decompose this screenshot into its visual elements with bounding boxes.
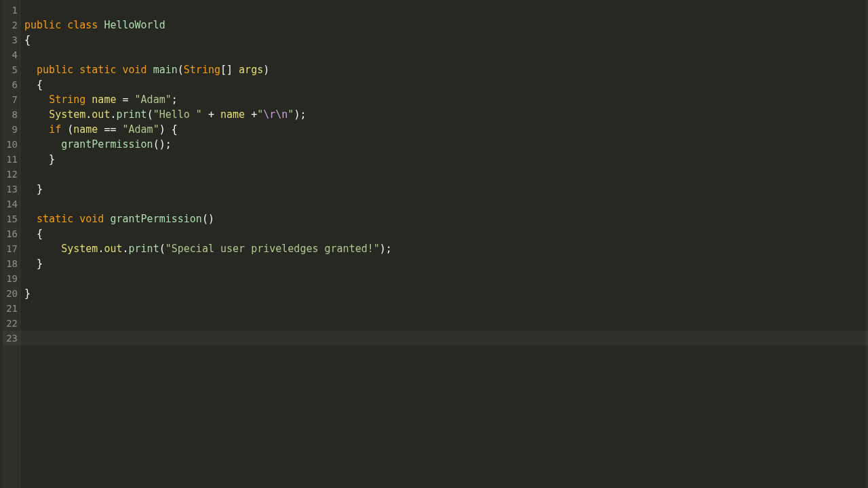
line-number: 6	[3, 77, 21, 92]
code-token	[129, 94, 135, 106]
line-number: 2	[3, 18, 21, 33]
code-token: (	[147, 108, 153, 121]
code-token: ==	[98, 123, 122, 136]
code-token: name	[73, 123, 98, 136]
code-token	[24, 94, 49, 106]
code-line[interactable]	[21, 47, 868, 62]
code-token: if	[49, 123, 61, 136]
line-number: 7	[3, 92, 21, 107]
code-line[interactable]	[21, 331, 868, 346]
line-number: 15	[3, 211, 21, 226]
code-token: \r\n	[263, 108, 288, 121]
code-token: void	[123, 64, 147, 76]
code-token: "Hello "	[153, 108, 202, 121]
code-token	[24, 123, 49, 136]
code-token: {	[24, 228, 43, 240]
code-token: {	[24, 34, 31, 46]
code-token: main	[153, 64, 178, 76]
line-number: 19	[3, 271, 21, 286]
line-number: 12	[3, 167, 21, 182]
code-token: {	[24, 79, 43, 91]
code-token	[61, 123, 67, 136]
line-number: 18	[3, 256, 21, 271]
code-token: name	[92, 94, 116, 106]
code-token: public	[37, 64, 73, 76]
code-line[interactable]: System.out.print("Special user priveledg…	[21, 241, 868, 256]
code-line[interactable]: }	[21, 256, 868, 271]
code-line[interactable]: {	[21, 226, 868, 241]
code-token: ();	[153, 138, 172, 150]
code-token	[24, 213, 37, 225]
code-token: +	[202, 108, 220, 121]
code-line[interactable]: }	[21, 182, 868, 197]
code-line[interactable]: {	[21, 33, 868, 47]
code-token	[24, 108, 49, 121]
code-line[interactable]: }	[21, 286, 868, 301]
line-number: 5	[3, 62, 21, 77]
code-line[interactable]	[21, 197, 868, 211]
code-token: static	[37, 213, 73, 225]
line-number: 1	[3, 3, 21, 18]
code-line[interactable]: {	[21, 77, 868, 92]
code-line[interactable]: }	[21, 152, 868, 167]
code-token: class	[67, 19, 98, 31]
code-token	[61, 19, 67, 31]
code-token	[24, 64, 37, 76]
line-number: 8	[3, 107, 21, 122]
code-line[interactable]: if (name == "Adam") {	[21, 122, 868, 137]
code-token: "Special user priveledges granted!"	[165, 243, 380, 255]
code-line[interactable]	[21, 3, 868, 18]
code-token: .	[123, 243, 129, 255]
code-token: =	[123, 94, 129, 106]
code-token: System	[49, 108, 85, 121]
line-number: 17	[3, 241, 21, 256]
code-token: String	[184, 64, 220, 76]
code-token	[85, 94, 92, 106]
code-token: );	[380, 243, 392, 255]
code-token: name	[220, 108, 245, 121]
code-token: .	[85, 108, 92, 121]
line-number: 22	[3, 316, 21, 331]
code-line[interactable]: System.out.print("Hello " + name +"\r\n"…	[21, 107, 868, 122]
code-token: public	[24, 19, 61, 31]
code-token: }	[24, 287, 31, 300]
code-line[interactable]	[21, 167, 868, 182]
code-token: void	[79, 213, 104, 225]
code-token: (	[159, 243, 165, 255]
code-token: print	[116, 108, 146, 121]
code-token: }	[24, 183, 43, 195]
code-token: )	[263, 64, 269, 76]
code-token: "Adam"	[123, 123, 159, 136]
code-line[interactable]: public static void main(String[] args)	[21, 62, 868, 77]
code-line[interactable]	[21, 301, 868, 316]
line-number: 20	[3, 286, 21, 301]
code-token	[147, 64, 153, 76]
code-token: args	[239, 64, 263, 76]
code-token: }	[24, 258, 43, 270]
code-token: static	[79, 64, 116, 76]
code-area[interactable]: public class HelloWorld{ public static v…	[21, 0, 868, 488]
line-number: 13	[3, 182, 21, 197]
code-token: ;	[172, 94, 178, 106]
code-token: System	[61, 243, 98, 255]
code-editor[interactable]: 1234567891011121314151617181920212223 pu…	[0, 0, 868, 488]
code-token: "Adam"	[135, 94, 172, 106]
code-line[interactable]	[21, 271, 868, 286]
code-line[interactable]: static void grantPermission()	[21, 211, 868, 226]
code-token: ) {	[159, 123, 178, 136]
code-token	[73, 213, 79, 225]
code-line[interactable]: public class HelloWorld	[21, 18, 868, 33]
code-token: "	[257, 108, 263, 121]
code-token: []	[220, 64, 239, 76]
line-number: 16	[3, 226, 21, 241]
line-number: 4	[3, 47, 21, 62]
code-token: out	[104, 243, 122, 255]
line-number: 23	[3, 331, 21, 346]
code-token: ()	[202, 213, 214, 225]
line-number: 21	[3, 301, 21, 316]
code-token	[24, 243, 61, 255]
code-line[interactable]: String name = "Adam";	[21, 92, 868, 107]
code-token	[24, 138, 61, 150]
code-line[interactable]: grantPermission();	[21, 137, 868, 152]
code-line[interactable]	[21, 316, 868, 331]
